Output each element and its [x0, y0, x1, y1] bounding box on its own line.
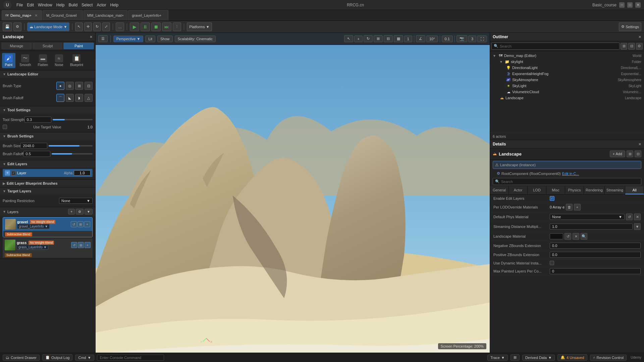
details-view-btn[interactable]: ⊞ [627, 150, 633, 157]
vp-grid-size-btn[interactable]: 1 [404, 36, 412, 42]
vp-rotate-btn[interactable]: + [354, 36, 362, 42]
paint-tool-paint[interactable]: 🖌 Paint [2, 53, 15, 68]
streaming-distance-expand-btn[interactable]: ▼ [634, 223, 641, 230]
brush-icon-pattern[interactable]: ⊞ [75, 82, 83, 90]
viewport[interactable]: ☰ Perspective ▼ Lit Show Scalability: Ci… [96, 33, 490, 353]
brush-size-input[interactable] [20, 143, 47, 149]
tree-item-skylight-folder[interactable]: ▼ 📁 skylight Folder [490, 59, 644, 65]
menu-window[interactable]: Window [38, 3, 52, 7]
landscape-material-browse-btn[interactable]: 🔍 [581, 233, 587, 240]
layer-grass-action-3[interactable]: + [85, 242, 91, 248]
tree-item-exp-height-fog[interactable]: 🌫 ExponentialHeightFog Exponential... [490, 71, 644, 77]
layer-grass-action-1[interactable]: ↺ [71, 242, 77, 248]
menu-file[interactable]: File [16, 3, 23, 7]
outliner-search-bar[interactable]: 🔍 Search [491, 43, 620, 50]
landscape-instance[interactable]: ⚠ Landscape (Instance) [493, 161, 641, 169]
vp-rot-snap-btn[interactable]: 10° [426, 36, 438, 42]
menu-help[interactable]: Help [56, 3, 65, 7]
brush-falloff-smooth[interactable]: ⌒ [56, 94, 64, 102]
revision-control-btn[interactable]: ⑃ Revision Control [590, 355, 627, 361]
toolbar-landscape-mode-btn[interactable]: ⛰ Landscape Mode ▼ [27, 22, 69, 31]
per-lod-add-btn[interactable]: + [574, 204, 581, 210]
details-tab-streaming[interactable]: Streaming [605, 186, 625, 194]
tree-item-landscape[interactable]: ⛰ Landscape Landscape [490, 95, 644, 101]
menu-actor[interactable]: Actor [97, 3, 106, 7]
unsaved-btn[interactable]: 🔔 4 Unsaved [557, 354, 587, 361]
vp-scale-btn[interactable]: ↻ [364, 35, 373, 42]
vp-angle-btn[interactable]: ∠ [416, 35, 425, 42]
layer-grass-layerinfo-dropdown[interactable]: grass_LayerInfo ▼ [17, 245, 48, 250]
paint-tool-flatten[interactable]: ▬ Flatten [35, 53, 51, 68]
toolbar-stop-btn[interactable]: ⏹ [151, 22, 161, 31]
brush-icon-component[interactable]: ⊡ [85, 82, 93, 90]
details-tab-actor[interactable]: Actor [509, 186, 528, 194]
details-tab-general[interactable]: General [490, 186, 509, 194]
layer-visibility-icon[interactable]: 👁 [5, 170, 10, 176]
cmd-btn[interactable]: Cmd ▼ [75, 355, 94, 361]
maximize-button[interactable]: □ [627, 2, 633, 8]
toolbar-skip-btn[interactable]: ⏭ [162, 22, 171, 31]
enable-edit-layers-checkbox[interactable]: ✓ [550, 196, 554, 201]
menu-select[interactable]: Select [82, 3, 93, 7]
menu-edit[interactable]: Edit [27, 3, 34, 7]
toolbar-settings-right-btn[interactable]: ⚙ Settings [619, 22, 641, 31]
tab-demo-map[interactable]: 🗺 Demo_map+ ✕ [2, 10, 42, 20]
painting-restriction-dropdown[interactable]: None ▼ [59, 198, 93, 204]
details-more-btn[interactable]: ⊟ [635, 150, 641, 157]
toolbar-platforms-btn[interactable]: Platforms ▼ [187, 22, 212, 31]
layers-add-btn[interactable]: + [68, 209, 75, 215]
details-tab-all[interactable]: All [625, 186, 644, 194]
brush-falloff-input[interactable] [23, 151, 50, 157]
output-log-btn[interactable]: 📋 Output Log [42, 354, 72, 361]
menu-help2[interactable]: Help [110, 3, 118, 7]
brush-icon-alpha[interactable]: ◎ [66, 82, 74, 90]
derived-data-icon-btn[interactable]: ⊞ [511, 354, 520, 361]
tree-item-sky-atmosphere[interactable]: 🌌 SkyAtmosphere SkyAtmosphere [490, 77, 644, 83]
vp-scale-snap-btn[interactable]: 0.1 [442, 36, 453, 42]
content-drawer-btn[interactable]: 🗂 Content Drawer [3, 355, 40, 361]
target-layers-header[interactable]: ▼ Target Layers [0, 187, 95, 195]
brush-falloff-slider[interactable] [52, 153, 93, 155]
landscape-material-swatch[interactable] [550, 233, 563, 239]
brush-falloff-linear[interactable]: ◣ [66, 94, 74, 102]
edit-layer-blueprint-header[interactable]: ▶ Edit Layer Blueprint Brushes [0, 180, 95, 187]
paint-tool-smooth[interactable]: 〜 Smooth [17, 53, 34, 68]
tool-settings-header[interactable]: ▼ Tool Settings [0, 106, 95, 114]
use-dynamic-material-checkbox[interactable] [550, 261, 554, 265]
menu-build[interactable]: Build [68, 3, 77, 7]
tab-mm-landscape-mat[interactable]: MM_Landscape_mat+ [84, 10, 127, 20]
details-tab-misc[interactable]: Misc [546, 186, 565, 194]
details-tab-rendering[interactable]: Rendering [584, 186, 605, 194]
brush-settings-header[interactable]: ▼ Brush Settings [0, 132, 95, 140]
tab-gravel-layerinfo[interactable]: gravel_LayerInfo+ [128, 10, 168, 20]
toolbar-settings-btn[interactable]: ⚙ [13, 22, 21, 31]
layers-settings-btn[interactable]: ⚙ [76, 209, 84, 215]
layers-more-btn[interactable]: ▼ [85, 209, 93, 215]
default-phys-material-clear-btn[interactable]: ✕ [634, 214, 641, 220]
vp-view-toggle-btn[interactable]: ▦ [394, 35, 403, 42]
brush-falloff-sphere[interactable]: ◗ [75, 94, 83, 102]
paint-tool-blueprint[interactable]: 📋 Blueprint [67, 53, 86, 68]
layer-gravel-action-3[interactable]: + [84, 221, 90, 227]
edit-layers-header[interactable]: ▼ Edit Layers [0, 160, 95, 168]
console-input[interactable] [97, 355, 164, 361]
landscape-material-clear-btn[interactable]: ✕ [573, 233, 579, 240]
tree-item-volumetric-cloud[interactable]: ☁ VolumetricCloud Volumetric... [490, 89, 644, 95]
vp-scalability-btn[interactable]: Scalability: Cinematic [175, 36, 216, 42]
tab-close-demo-map[interactable]: ✕ [35, 13, 38, 18]
vp-camera-btn[interactable]: 📷 [457, 35, 467, 42]
layer-gravel-action-2[interactable]: ⊞ [77, 221, 84, 227]
toolbar-move-btn[interactable]: ✛ [84, 22, 92, 31]
toolbar-play-btn[interactable]: ▶ [130, 22, 139, 31]
toolbar-pause-btn[interactable]: ⏸ [141, 22, 150, 31]
layers-header-toggle[interactable]: ▼ Layers [3, 210, 18, 214]
positive-zbounds-input[interactable] [550, 252, 641, 258]
details-search-bar[interactable]: 🔍 Search [493, 178, 641, 185]
outliner-view-btn[interactable]: ⊟ [628, 43, 635, 50]
vp-camera-speed-btn[interactable]: 3 [468, 36, 476, 42]
outliner-settings-btn[interactable]: ⚙ [636, 43, 643, 50]
brush-size-slider[interactable] [49, 145, 93, 146]
tree-item-directional-light[interactable]: 💡 DirectionalLight DirectionalL... [490, 65, 644, 71]
details-close-btn[interactable]: ✕ [638, 142, 641, 146]
close-button[interactable]: ✕ [635, 2, 641, 8]
